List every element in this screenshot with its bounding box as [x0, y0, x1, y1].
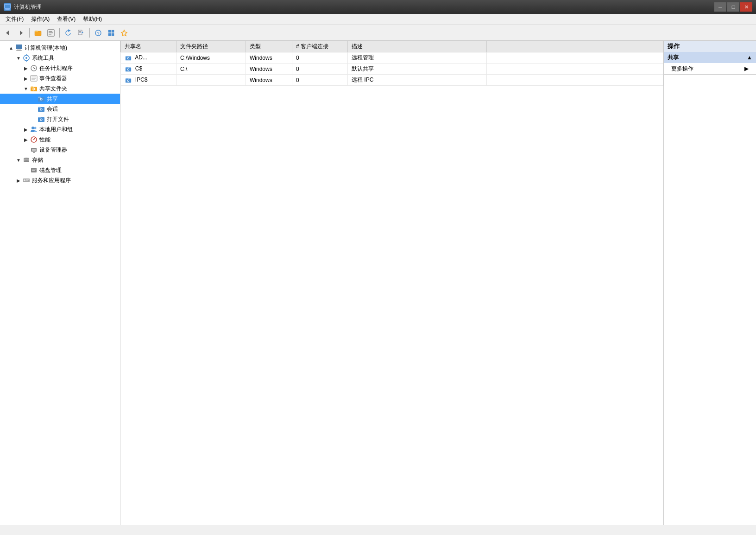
tree-toggle-root[interactable]: ▲: [7, 44, 15, 51]
col-sharename[interactable]: 共享名: [121, 41, 176, 52]
window-controls: ─ □ ✕: [714, 2, 752, 12]
svg-rect-7: [49, 31, 52, 32]
actions-header: 操作: [664, 41, 756, 52]
svg-rect-23: [16, 51, 22, 51]
table-body: AD... C:\Windows Windows 0 远程管理: [121, 52, 663, 86]
tree-toggle-eventviewer[interactable]: ▶: [22, 75, 30, 82]
close-button[interactable]: ✕: [740, 2, 752, 12]
svg-point-50: [34, 127, 37, 129]
menu-bar: 文件(F) 操作(A) 查看(V) 帮助(H): [0, 14, 756, 25]
svg-rect-19: [112, 33, 114, 36]
more-actions-arrow: ▶: [744, 65, 749, 72]
window-title: 计算机管理: [14, 3, 42, 11]
forward-button[interactable]: [15, 27, 27, 39]
properties-button[interactable]: [45, 27, 57, 39]
col-folderpath[interactable]: 文件夹路径: [176, 41, 246, 52]
table-row[interactable]: AD... C:\Windows Windows 0 远程管理: [121, 52, 663, 64]
tree-item-taskscheduler[interactable]: ▶ 任务计划程序: [0, 63, 120, 73]
tree-item-performance[interactable]: ▶ 性能: [0, 134, 120, 145]
sessions-icon: [37, 105, 45, 113]
tree-item-eventviewer[interactable]: ▶ 事件查看器: [0, 73, 120, 83]
cell-type-1: Windows: [246, 52, 292, 64]
tree-label-systemtools: 系统工具: [32, 54, 54, 62]
col-clientconn[interactable]: # 客户端连接: [292, 41, 348, 52]
menu-file[interactable]: 文件(F): [2, 14, 27, 24]
minimize-button[interactable]: ─: [714, 2, 726, 12]
actions-item-more[interactable]: 更多操作 ▶: [664, 63, 756, 74]
tree-toggle-storage[interactable]: ▼: [15, 156, 22, 164]
svg-rect-0: [5, 4, 10, 8]
tree-item-services[interactable]: ▶ 服务和应用程序: [0, 175, 120, 185]
cell-sharename-2: C$: [121, 64, 176, 75]
cell-folderpath-3: [176, 75, 246, 86]
app-icon: [4, 3, 11, 11]
svg-point-49: [32, 127, 34, 129]
users-icon: [30, 125, 38, 134]
tree-item-root[interactable]: ▲ 计算机管理(本地): [0, 43, 120, 53]
row-share-icon-2: [125, 65, 132, 73]
wizard-button[interactable]: [118, 27, 130, 39]
actions-panel: 操作 共享 ▲ 更多操作 ▶: [663, 41, 756, 525]
toolbar-separator-2: [59, 28, 60, 38]
tree-label-services: 服务和应用程序: [32, 177, 71, 185]
tree-item-sharedfolders[interactable]: ▼ 共享文件夹: [0, 83, 120, 94]
tree-item-shares[interactable]: 共享: [0, 94, 120, 104]
svg-rect-17: [112, 30, 114, 32]
tree-label-eventviewer: 事件查看器: [39, 75, 67, 83]
tree-label-shares: 共享: [47, 95, 58, 103]
cell-type-2: Windows: [246, 64, 292, 75]
cell-description-1: 远程管理: [348, 52, 487, 64]
eventviewer-icon: [30, 74, 38, 83]
tree-item-devicemgr[interactable]: 设备管理器: [0, 145, 120, 155]
tree-label-performance: 性能: [39, 136, 50, 144]
device-icon: [30, 146, 38, 154]
shares-icon: [37, 95, 45, 103]
svg-rect-11: [79, 31, 81, 32]
cell-sharename-3: IPC$: [121, 75, 176, 86]
col-type[interactable]: 类型: [246, 41, 292, 52]
tree-label-sharedfolders: 共享文件夹: [39, 85, 67, 93]
cell-sharename-1: AD...: [121, 52, 176, 64]
tree-toggle-systemtools[interactable]: ▼: [15, 54, 22, 62]
cell-folderpath-2: C:\: [176, 64, 246, 75]
menu-view[interactable]: 查看(V): [53, 14, 79, 24]
tree-item-diskmgmt[interactable]: 磁盘管理: [0, 165, 120, 175]
menu-help[interactable]: 帮助(H): [79, 14, 106, 24]
cell-description-3: 远程 IPC: [348, 75, 487, 86]
svg-point-64: [24, 179, 25, 181]
refresh-button[interactable]: [62, 27, 74, 39]
tree-item-localusers[interactable]: ▶ 本地用户和组: [0, 124, 120, 134]
tree-item-openfiles[interactable]: 打开文件: [0, 114, 120, 124]
help-button[interactable]: ?: [92, 27, 104, 39]
tree-label-devicemgr: 设备管理器: [39, 146, 67, 154]
grid-button[interactable]: [105, 27, 117, 39]
status-bar: [0, 525, 756, 535]
tree-item-sessions[interactable]: 会话: [0, 104, 120, 114]
folder-button[interactable]: [32, 27, 44, 39]
svg-text:?: ?: [97, 31, 100, 36]
tree-toggle-sharedfolders[interactable]: ▼: [22, 85, 30, 92]
tree-item-storage[interactable]: ▼ 存储: [0, 155, 120, 165]
tree-label-taskscheduler: 任务计划程序: [39, 64, 73, 72]
cell-description-2: 默认共享: [348, 64, 487, 75]
tree-panel: ▲ 计算机管理(本地) ▼: [0, 41, 120, 525]
actions-section-header-shares[interactable]: 共享 ▲: [664, 52, 756, 63]
cell-clientconn-3: 0: [292, 75, 348, 86]
svg-rect-62: [32, 170, 35, 171]
menu-action[interactable]: 操作(A): [27, 14, 53, 24]
tree-toggle-taskscheduler[interactable]: ▶: [22, 64, 30, 72]
svg-rect-22: [17, 50, 21, 51]
maximize-button[interactable]: □: [727, 2, 739, 12]
table-row[interactable]: IPC$ Windows 0 远程 IPC: [121, 75, 663, 86]
col-description[interactable]: 描述: [348, 41, 487, 52]
table-row[interactable]: C$ C:\ Windows 0 默认共享: [121, 64, 663, 75]
tree-item-systemtools[interactable]: ▼ 系统工具: [0, 53, 120, 63]
tree-toggle-performance[interactable]: ▶: [22, 136, 30, 143]
svg-point-25: [25, 57, 27, 59]
export-button[interactable]: [75, 27, 87, 39]
back-button[interactable]: [2, 27, 14, 39]
tree-toggle-localusers[interactable]: ▶: [22, 126, 30, 133]
tree-toggle-services[interactable]: ▶: [15, 177, 22, 184]
clock-icon: [30, 64, 38, 72]
content-panel: 共享名 文件夹路径 类型 # 客户端连接 描述: [120, 41, 663, 525]
